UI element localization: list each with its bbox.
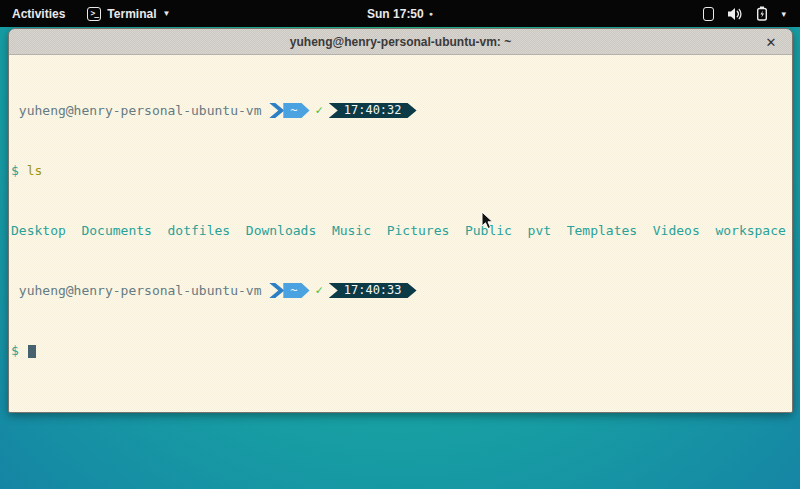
status-check-icon: ✓ xyxy=(310,103,329,118)
status-check-icon: ✓ xyxy=(310,283,329,298)
command-text: ls xyxy=(27,163,43,178)
prompt-path-segment: ~ xyxy=(283,103,309,118)
mouse-cursor xyxy=(481,211,494,230)
prompt-user-host: yuheng@henry-personal-ubuntu-vm xyxy=(11,103,269,118)
chevron-down-icon: ▾ xyxy=(781,9,786,19)
text-cursor xyxy=(28,345,36,358)
powerline-arrow-icon xyxy=(269,103,284,118)
close-button[interactable]: ✕ xyxy=(760,29,782,55)
chevron-down-icon: ▼ xyxy=(162,9,170,18)
notification-dot-icon: ● xyxy=(429,10,433,17)
top-bar-left: Activities >_ Terminal ▼ xyxy=(0,0,180,27)
terminal-window: yuheng@henry-personal-ubuntu-vm: ~ ✕ yuh… xyxy=(8,28,793,413)
input-line: $ xyxy=(11,343,790,358)
battery-charging-icon xyxy=(756,6,768,21)
clock-label: Sun 17:50 xyxy=(367,7,424,21)
display-icon xyxy=(703,7,714,21)
prompt-symbol: $ xyxy=(11,343,27,358)
command-line: $ ls xyxy=(11,163,790,178)
directory-listing: Desktop Documents dotfiles Downloads Mus… xyxy=(11,223,790,238)
powerline-arrow-icon xyxy=(269,283,284,298)
system-menu[interactable]: ▾ xyxy=(689,0,800,27)
terminal-icon: >_ xyxy=(87,7,101,21)
app-menu-terminal[interactable]: >_ Terminal ▼ xyxy=(77,0,180,27)
prompt-user-host: yuheng@henry-personal-ubuntu-vm xyxy=(11,283,269,298)
volume-icon xyxy=(727,7,743,21)
terminal-screen[interactable]: yuheng@henry-personal-ubuntu-vm ~✓17:40:… xyxy=(9,55,792,412)
prompt-line-2: yuheng@henry-personal-ubuntu-vm ~✓17:40:… xyxy=(11,283,790,298)
app-menu-label: Terminal xyxy=(107,7,156,21)
prompt-path-segment: ~ xyxy=(283,283,309,298)
activities-button[interactable]: Activities xyxy=(0,0,77,27)
prompt-symbol: $ xyxy=(11,163,27,178)
window-titlebar[interactable]: yuheng@henry-personal-ubuntu-vm: ~ ✕ xyxy=(9,29,792,55)
top-bar: Activities >_ Terminal ▼ Sun 17:50 ● ▾ xyxy=(0,0,800,27)
prompt-line-1: yuheng@henry-personal-ubuntu-vm ~✓17:40:… xyxy=(11,103,790,118)
window-title: yuheng@henry-personal-ubuntu-vm: ~ xyxy=(290,35,511,49)
clock-button[interactable]: Sun 17:50 ● xyxy=(367,0,433,27)
prompt-time-segment: 17:40:33 xyxy=(329,283,417,298)
prompt-time-segment: 17:40:32 xyxy=(329,103,417,118)
